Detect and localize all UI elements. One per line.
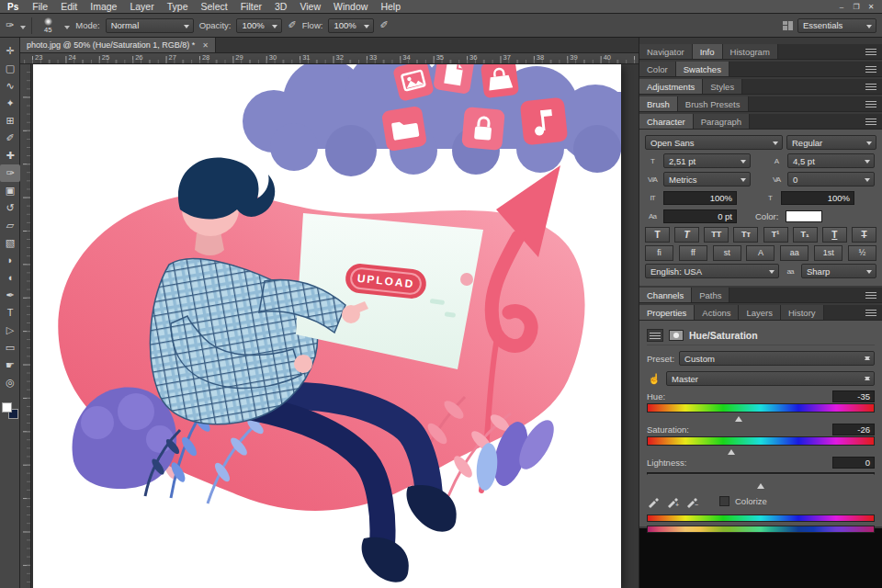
targeted-adjustment-icon[interactable]: ☝ [647,373,662,385]
close-icon[interactable]: ✕ [864,3,878,11]
font-family-select[interactable]: Open Sans [645,135,783,150]
lightness-value-field[interactable]: 0 [832,457,875,469]
opentype-feature-button[interactable]: 1st [814,245,842,261]
panel-menu-icon[interactable] [865,84,876,90]
small-caps-button[interactable]: Tᴛ [733,227,758,243]
tool-button[interactable]: ◎ [0,374,20,391]
lightness-track[interactable] [647,472,875,475]
tab-navigator[interactable]: Navigator [639,44,693,59]
panel-menu-icon[interactable] [865,310,876,316]
menu-item[interactable]: Image [84,1,123,12]
channel-select[interactable]: Master [666,371,875,386]
panel-menu-icon[interactable] [865,49,876,55]
tracking-select[interactable]: 0 [787,172,875,187]
opentype-feature-button[interactable]: ½ [848,245,876,261]
strikethrough-button[interactable]: T [852,227,876,243]
anti-alias-select[interactable]: Sharp [801,264,876,278]
brush-tool-preset-icon[interactable]: ✑ [6,20,14,30]
tool-button[interactable]: ▱ [0,217,20,234]
opentype-feature-button[interactable]: aa [780,245,808,261]
vertical-scale-field[interactable]: 100% [663,191,737,205]
menu-item[interactable]: Layer [123,1,160,12]
pressure-opacity-icon[interactable]: ✐ [288,20,296,30]
menu-item[interactable]: Window [327,1,374,12]
eyedropper-subtract-icon[interactable]: − [685,494,699,508]
baseline-shift-field[interactable]: 0 pt [663,209,737,223]
tab-layers[interactable]: Layers [739,305,781,320]
eyedropper-add-icon[interactable]: + [666,494,680,508]
tool-button[interactable]: T [0,304,20,322]
tab-brush-presets[interactable]: Brush Presets [678,96,749,111]
tab-swatches[interactable]: Swatches [676,62,729,76]
menu-item[interactable]: Filter [234,1,268,12]
saturation-value-field[interactable]: -26 [832,424,875,435]
font-style-select[interactable]: Regular [786,135,876,150]
opentype-feature-button[interactable]: A [746,245,775,261]
tool-button[interactable]: ⊞ [0,112,20,130]
color-swatches[interactable] [2,402,18,419]
menu-item[interactable]: Select [194,1,233,12]
tool-button[interactable]: ◗ [0,252,20,269]
tab-properties[interactable]: Properties [639,305,695,320]
opentype-feature-button[interactable]: fi [645,245,673,261]
tab-actions[interactable]: Actions [695,305,739,320]
underline-button[interactable]: T [822,227,847,243]
tab-color[interactable]: Color [639,62,676,76]
menu-item[interactable]: Edit [54,1,84,12]
tool-button[interactable]: ✒ [0,287,20,304]
text-color-swatch[interactable] [786,210,822,222]
faux-italic-button[interactable]: T [674,227,699,243]
airbrush-icon[interactable]: ✐ [379,20,388,30]
lightness-handle[interactable] [757,480,764,489]
tab-styles[interactable]: Styles [703,79,742,94]
brush-preset-picker[interactable]: 45 [38,17,58,34]
language-select[interactable]: English: USA [645,264,779,278]
panel-menu-icon[interactable] [865,101,876,107]
menu-item[interactable]: File [26,1,54,12]
all-caps-button[interactable]: TT [704,227,729,243]
tool-button[interactable]: ▧ [0,234,20,252]
workspace-select[interactable]: Essentials [797,18,876,33]
tool-button[interactable]: ✦ [0,95,20,112]
blend-mode-select[interactable]: Normal [106,18,194,33]
tab-histogram[interactable]: Histogram [723,44,778,59]
panel-menu-icon[interactable] [865,119,876,125]
tab-paths[interactable]: Paths [692,288,729,302]
tool-button[interactable]: ↺ [0,199,20,217]
leading-select[interactable]: 4,5 pt [787,153,875,168]
menu-item[interactable]: 3D [268,1,293,12]
tool-button[interactable]: ✐ [0,130,20,147]
tool-button[interactable]: ✛ [0,42,20,60]
document-tab[interactable]: photo.jpg @ 50% (Hue/Saturation 1, RGB/8… [20,38,216,52]
tab-character[interactable]: Character [639,114,694,129]
canvas[interactable]: UPLOAD [33,64,621,588]
hue-value-field[interactable]: -35 [832,390,875,402]
faux-bold-button[interactable]: T [645,227,670,243]
opentype-feature-button[interactable]: ff [679,245,707,261]
hue-handle[interactable] [735,413,742,422]
opacity-select[interactable]: 100% [236,18,282,33]
colorize-checkbox[interactable] [719,496,729,506]
tab-channels[interactable]: Channels [639,288,692,302]
tool-button[interactable]: ▷ [0,322,20,339]
tool-button[interactable]: ✑ [0,164,20,182]
preset-select[interactable]: Custom [679,351,875,366]
tab-paragraph[interactable]: Paragraph [694,114,750,129]
subscript-button[interactable]: T₁ [793,227,818,243]
font-size-select[interactable]: 2,51 pt [663,153,751,168]
minimize-icon[interactable]: – [834,3,849,11]
tab-close-icon[interactable]: ✕ [202,41,209,50]
horizontal-scale-field[interactable]: 100% [781,191,854,205]
tool-button[interactable]: ▣ [0,182,20,199]
tool-button[interactable]: ▭ [0,339,20,356]
panel-menu-icon[interactable] [865,66,876,73]
tab-adjustments[interactable]: Adjustments [639,79,703,94]
saturation-track[interactable] [647,436,875,446]
tab-brush[interactable]: Brush [639,96,678,111]
tool-button[interactable]: ✚ [0,147,20,164]
tool-button[interactable]: ◖ [0,269,20,287]
menu-item[interactable]: Help [374,1,407,12]
flow-select[interactable]: 100% [328,18,374,33]
panel-menu-icon[interactable] [865,292,876,299]
foreground-color-swatch[interactable] [2,402,12,413]
